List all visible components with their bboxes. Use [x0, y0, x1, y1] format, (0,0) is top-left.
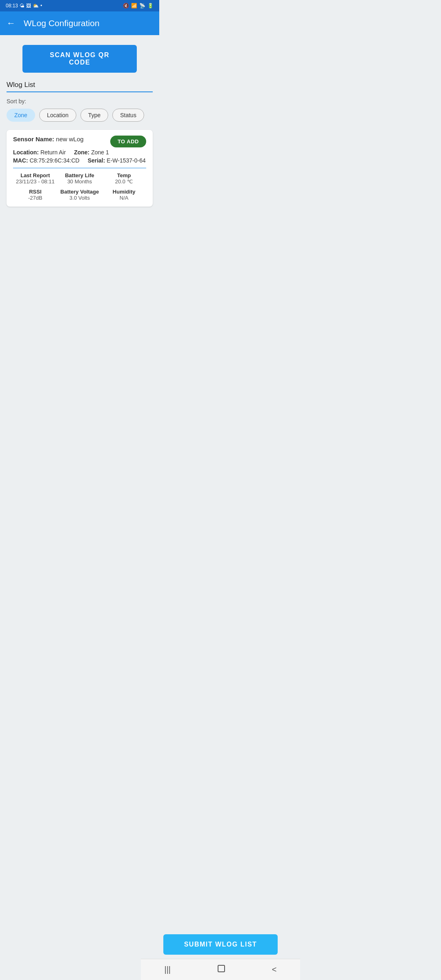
sort-chips: Zone Location Type Status	[7, 109, 153, 122]
sensor-name-row: Sensor Name: new wLog	[13, 136, 84, 143]
main-content: SCAN WLOG QR CODE Wlog List Sort by: Zon…	[0, 35, 159, 207]
chip-status[interactable]: Status	[112, 109, 144, 122]
to-add-button[interactable]: TO ADD	[110, 136, 146, 147]
sort-by-label: Sort by:	[7, 98, 153, 105]
location-zone-row: Location: Return Air Zone: Zone 1	[13, 149, 146, 156]
mute-icon: 🔇	[123, 3, 129, 9]
time: 08:13	[6, 3, 18, 9]
card-divider	[13, 168, 146, 168]
dot-icon: •	[40, 3, 42, 9]
chip-type[interactable]: Type	[80, 109, 108, 122]
serial-label: Serial:	[88, 157, 105, 164]
stat-temp: Temp 20.0 ℃	[102, 172, 146, 185]
chip-zone[interactable]: Zone	[7, 109, 35, 122]
zone-label: Zone:	[74, 149, 89, 156]
scan-wlog-qr-button[interactable]: SCAN WLOG QR CODE	[22, 45, 137, 73]
stat-last-report: Last Report 23/11/23 - 08:11	[13, 172, 58, 185]
stat-battery-voltage: Battery Voltage 3.0 Volts	[58, 189, 102, 201]
stat-battery-life: Battery Life 30 Months	[58, 172, 102, 185]
image-icon: 🖼	[26, 3, 31, 9]
status-right: 🔇 📶 📡 🔋	[123, 3, 154, 9]
sensor-name-label: Sensor Name:	[13, 136, 54, 143]
status-left: 08:13 🌤 🖼 ⛅ •	[6, 3, 42, 9]
sensor-name-value: new wLog	[56, 136, 84, 143]
location-field: Location: Return Air	[13, 149, 66, 156]
cloud-icon: 🌤	[20, 3, 24, 9]
location-value: Return Air	[40, 149, 66, 156]
status-bar: 08:13 🌤 🖼 ⛅ • 🔇 📶 📡 🔋	[0, 0, 159, 11]
mac-field: MAC: C8:75:29:6C:34:CD	[13, 157, 80, 164]
page-title: WLog Configuration	[24, 18, 100, 28]
signal-icon: 📡	[139, 3, 145, 9]
wifi-icon: 📶	[131, 3, 137, 9]
stat-rssi: RSSI -27dB	[13, 189, 58, 201]
chip-location[interactable]: Location	[39, 109, 76, 122]
stats-grid: Last Report 23/11/23 - 08:11 Battery Lif…	[13, 172, 146, 201]
sunny-icon: ⛅	[33, 3, 39, 9]
scan-button-container: SCAN WLOG QR CODE	[7, 45, 153, 73]
sensor-card: Sensor Name: new wLog TO ADD Location: R…	[7, 130, 153, 207]
stat-humidity: Humidity N/A	[102, 189, 146, 201]
mac-value: C8:75:29:6C:34:CD	[29, 157, 79, 164]
card-top-row: Sensor Name: new wLog TO ADD	[13, 136, 146, 147]
zone-value: Zone 1	[91, 149, 109, 156]
wlog-list-header: Wlog List	[7, 81, 153, 92]
mac-serial-row: MAC: C8:75:29:6C:34:CD Serial: E-W-1537-…	[13, 157, 146, 164]
serial-value: E-W-1537-0-64	[107, 157, 145, 164]
mac-label: MAC:	[13, 157, 28, 164]
serial-field: Serial: E-W-1537-0-64	[88, 157, 146, 164]
zone-field: Zone: Zone 1	[74, 149, 109, 156]
battery-icon: 🔋	[147, 3, 154, 9]
back-button[interactable]: ←	[7, 18, 16, 29]
app-bar: ← WLog Configuration	[0, 11, 159, 35]
location-label: Location:	[13, 149, 39, 156]
